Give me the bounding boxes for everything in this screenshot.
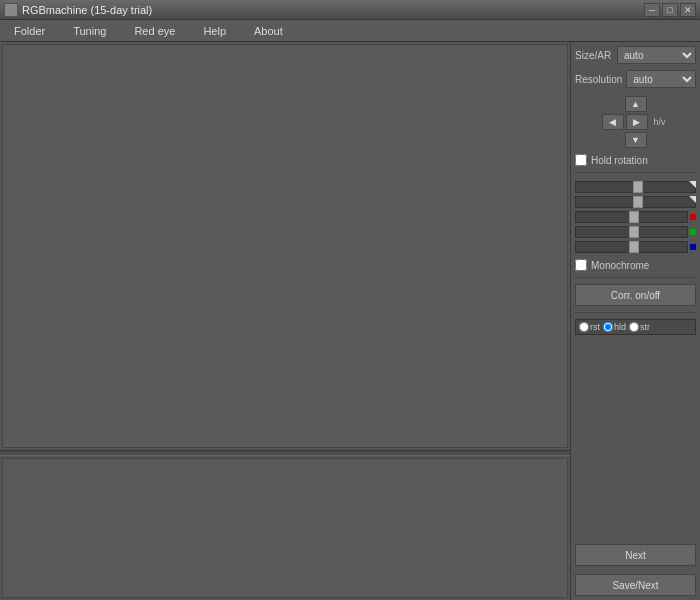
menu-red-eye[interactable]: Red eye [120, 20, 189, 41]
slider-3[interactable] [575, 211, 688, 223]
app-icon [4, 3, 18, 17]
nav-left-button[interactable]: ◀ [602, 114, 624, 130]
slider-row-4 [575, 226, 696, 238]
title-bar: RGBmachine (15-day trial) ─ □ ✕ [0, 0, 700, 20]
resolution-dropdown[interactable]: auto [626, 70, 696, 88]
save-next-button[interactable]: Save/Next [575, 574, 696, 596]
blue-indicator [690, 244, 696, 250]
nav-lr-row: ◀ ▶ h/v [602, 114, 670, 130]
main-layout: Size/AR auto Resolution auto ▲ ◀ ▶ h/v ▼ [0, 42, 700, 600]
slider-5[interactable] [575, 241, 688, 253]
close-button[interactable]: ✕ [680, 3, 696, 17]
radio-hld-input[interactable] [603, 322, 613, 332]
size-ar-row: Size/AR auto [575, 46, 696, 64]
radio-group: rst hld str [575, 319, 696, 335]
radio-hld-label: hld [614, 322, 626, 332]
slider-2[interactable] [575, 196, 696, 208]
window-controls: ─ □ ✕ [644, 3, 696, 17]
nav-up-button[interactable]: ▲ [625, 96, 647, 112]
radio-str-input[interactable] [629, 322, 639, 332]
right-panel: Size/AR auto Resolution auto ▲ ◀ ▶ h/v ▼ [570, 42, 700, 600]
nav-hv-label: h/v [650, 117, 670, 127]
spacer [575, 339, 696, 540]
next-button[interactable]: Next [575, 544, 696, 566]
resolution-label: Resolution [575, 74, 622, 85]
nav-down-row: ▼ [625, 132, 647, 148]
separator-3 [575, 312, 696, 313]
nav-down-button[interactable]: ▼ [625, 132, 647, 148]
resolution-row: Resolution auto [575, 70, 696, 88]
slider-row-2 [575, 196, 696, 208]
menu-tuning[interactable]: Tuning [59, 20, 120, 41]
minimize-button[interactable]: ─ [644, 3, 660, 17]
green-indicator [690, 229, 696, 235]
radio-rst-label: rst [590, 322, 600, 332]
maximize-button[interactable]: □ [662, 3, 678, 17]
menu-folder[interactable]: Folder [0, 20, 59, 41]
menu-about[interactable]: About [240, 20, 297, 41]
hold-rotation-label: Hold rotation [591, 155, 648, 166]
panel-divider [0, 450, 570, 456]
slider-row-3 [575, 211, 696, 223]
size-ar-label: Size/AR [575, 50, 613, 61]
left-panel [0, 42, 570, 600]
title-text: RGBmachine (15-day trial) [22, 4, 152, 16]
separator-1 [575, 172, 696, 173]
radio-rst: rst [579, 322, 600, 332]
menu-help[interactable]: Help [189, 20, 240, 41]
title-bar-left: RGBmachine (15-day trial) [4, 3, 152, 17]
radio-hld: hld [603, 322, 626, 332]
image-area-bottom [2, 458, 568, 598]
sliders-section [575, 181, 696, 253]
nav-right-button[interactable]: ▶ [626, 114, 648, 130]
slider-1[interactable] [575, 181, 696, 193]
menu-bar: Folder Tuning Red eye Help About [0, 20, 700, 42]
image-area-top [2, 44, 568, 448]
monochrome-checkbox[interactable] [575, 259, 587, 271]
slider-row-1 [575, 181, 696, 193]
nav-controls: ▲ ◀ ▶ h/v ▼ [575, 96, 696, 148]
red-indicator [690, 214, 696, 220]
radio-str: str [629, 322, 650, 332]
separator-2 [575, 277, 696, 278]
slider-row-5 [575, 241, 696, 253]
size-ar-dropdown[interactable]: auto [617, 46, 696, 64]
monochrome-row: Monochrome [575, 259, 696, 271]
radio-str-label: str [640, 322, 650, 332]
hold-rotation-checkbox[interactable] [575, 154, 587, 166]
monochrome-label: Monochrome [591, 260, 649, 271]
slider-4[interactable] [575, 226, 688, 238]
corr-button[interactable]: Corr. on/off [575, 284, 696, 306]
radio-rst-input[interactable] [579, 322, 589, 332]
hold-rotation-row: Hold rotation [575, 154, 696, 166]
